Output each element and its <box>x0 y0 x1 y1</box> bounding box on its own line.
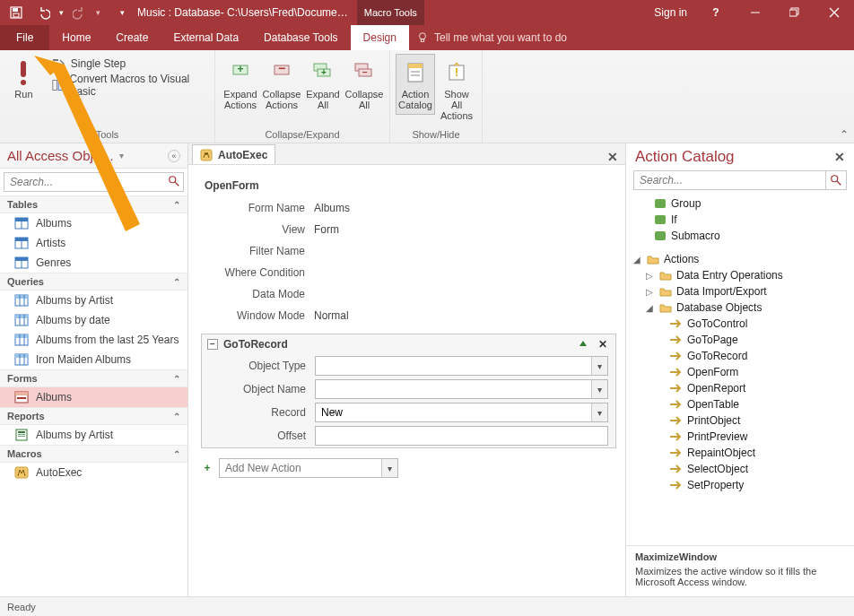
nav-group-forms-header[interactable]: Forms⌃ <box>0 369 187 387</box>
object-name-combo[interactable]: ▾ <box>315 379 608 399</box>
flow-icon <box>653 230 667 242</box>
catalog-folder-data-io[interactable]: ▷Data Import/Export <box>632 283 850 299</box>
svg-point-11 <box>21 80 26 85</box>
catalog-action-item[interactable]: OpenTable <box>632 396 850 412</box>
single-step-button[interactable]: Single Step <box>48 54 209 74</box>
catalog-action-item[interactable]: OpenReport <box>632 380 850 396</box>
catalog-folder-data-entry[interactable]: ▷Data Entry Operations <box>632 267 850 283</box>
nav-header[interactable]: All Access Obje… ▾ « <box>0 143 187 169</box>
catalog-action-item[interactable]: RepaintObject <box>632 445 850 461</box>
macro-action-gotorecord: − GoToRecord ✕ Object Type ▾ Object Name… <box>201 334 616 448</box>
move-up-button[interactable] <box>576 337 590 351</box>
run-button[interactable]: Run <box>5 54 42 104</box>
qat-save-button[interactable] <box>5 2 27 23</box>
nav-item[interactable]: Iron Maiden Albums <box>0 350 187 369</box>
expand-all-button[interactable]: + ExpandAll <box>303 54 343 115</box>
qat-undo-button[interactable] <box>32 2 54 23</box>
expand-actions-button[interactable]: + ExpandActions <box>221 54 260 115</box>
nav-group-reports-header[interactable]: Reports⌃ <box>0 407 187 425</box>
svg-rect-12 <box>53 59 58 61</box>
show-all-actions-button[interactable]: ! Show AllActions <box>437 54 476 126</box>
action-icon <box>669 350 684 362</box>
folder-icon <box>658 269 673 282</box>
chevron-down-icon[interactable]: ▾ <box>591 380 607 398</box>
search-icon[interactable] <box>168 175 180 187</box>
close-window-button[interactable] <box>815 0 854 25</box>
catalog-action-item[interactable]: GoToRecord <box>632 348 850 364</box>
tab-create[interactable]: Create <box>103 25 161 50</box>
collapse-actions-button[interactable]: − CollapseActions <box>262 54 301 115</box>
catalog-action-item[interactable]: SelectObject <box>632 461 850 477</box>
expander-icon[interactable]: ▷ <box>644 271 655 281</box>
nav-group-queries-header[interactable]: Queries⌃ <box>0 273 187 291</box>
action-icon <box>669 447 684 459</box>
chevron-up-icon: ⌃ <box>173 374 180 384</box>
catalog-folder-db-objects[interactable]: ◢Database Objects <box>632 299 850 316</box>
tab-design[interactable]: Design <box>351 25 409 50</box>
tab-file[interactable]: File <box>0 25 49 50</box>
catalog-item-if[interactable]: If <box>632 212 850 228</box>
nav-item[interactable]: AutoExec <box>0 463 187 482</box>
document-tab-autoexec[interactable]: AutoExec <box>192 144 275 164</box>
nav-item[interactable]: Artists <box>0 233 187 253</box>
nav-item[interactable]: Genres <box>0 253 187 273</box>
offset-input[interactable] <box>315 426 608 446</box>
nav-item[interactable]: Albums <box>0 387 187 407</box>
catalog-action-item[interactable]: OpenForm <box>632 364 850 380</box>
document-tab-close-button[interactable]: ✕ <box>607 150 618 164</box>
collapse-ribbon-button[interactable]: ⌃ <box>840 128 849 141</box>
convert-vb-button[interactable]: Convert Macros to Visual Basic <box>48 75 209 95</box>
svg-rect-45 <box>15 295 28 299</box>
catalog-search-button[interactable] <box>825 170 847 190</box>
expander-icon[interactable]: ▷ <box>644 287 655 297</box>
action-icon <box>669 334 684 346</box>
nav-group-macros-header[interactable]: Macros⌃ <box>0 445 187 463</box>
help-button[interactable]: ? <box>696 0 736 25</box>
record-combo[interactable]: ▾ <box>315 403 608 422</box>
qat-undo-dropdown[interactable]: ▾ <box>59 8 64 17</box>
collapse-all-icon: − <box>350 58 379 87</box>
chevron-down-icon[interactable]: ▾ <box>591 403 607 421</box>
qat-customize-dropdown[interactable]: ▾ <box>120 8 125 17</box>
nav-search-input[interactable] <box>4 172 184 192</box>
catalog-action-item[interactable]: GoToPage <box>632 332 850 348</box>
catalog-action-item[interactable]: GoToControl <box>632 316 850 332</box>
sign-in-link[interactable]: Sign in <box>645 6 696 19</box>
nav-item[interactable]: Albums by date <box>0 310 187 330</box>
catalog-search-input[interactable] <box>633 170 825 190</box>
catalog-folder-actions[interactable]: ◢Actions <box>632 251 850 267</box>
nav-item[interactable]: Albums by Artist <box>0 291 187 310</box>
collapse-all-button[interactable]: − CollapseAll <box>344 54 384 115</box>
expander-icon[interactable]: ◢ <box>632 255 642 265</box>
nav-collapse-button[interactable]: « <box>168 150 180 162</box>
minimize-button[interactable] <box>736 0 775 25</box>
svg-rect-16 <box>58 81 63 91</box>
object-type-combo[interactable]: ▾ <box>315 356 608 376</box>
delete-action-button[interactable]: ✕ <box>596 337 610 351</box>
chevron-down-icon[interactable]: ▾ <box>591 357 607 375</box>
nav-item[interactable]: Albums by Artist <box>0 425 187 445</box>
macro-action-openform[interactable]: OpenForm Form NameAlbums ViewForm Filter… <box>201 179 616 326</box>
action-catalog-button[interactable]: ActionCatalog <box>396 54 435 115</box>
catalog-action-item[interactable]: PrintObject <box>632 412 850 429</box>
tab-home[interactable]: Home <box>49 25 103 50</box>
macro-designer: AutoExec ✕ OpenForm Form NameAlbums View… <box>188 143 626 596</box>
tab-external-data[interactable]: External Data <box>161 25 251 50</box>
chevron-down-icon[interactable]: ▾ <box>381 459 397 477</box>
restore-button[interactable] <box>775 0 815 25</box>
catalog-action-item[interactable]: SetProperty <box>632 477 850 493</box>
close-catalog-button[interactable]: ✕ <box>834 150 845 164</box>
convert-vb-label: Convert Macros to Visual Basic <box>69 73 205 98</box>
catalog-item-submacro[interactable]: Submacro <box>632 228 850 244</box>
collapse-action-button[interactable]: − <box>207 339 218 350</box>
tab-database-tools[interactable]: Database Tools <box>251 25 351 50</box>
catalog-action-item[interactable]: PrintPreview <box>632 429 850 445</box>
expander-icon[interactable]: ◢ <box>644 303 655 313</box>
catalog-help: MaximizeWindow Maximizes the active wind… <box>626 545 854 596</box>
nav-item[interactable]: Albums <box>0 213 187 233</box>
catalog-item-group[interactable]: Group <box>632 195 850 212</box>
nav-item[interactable]: Albums from the last 25 Years <box>0 330 187 350</box>
add-new-action-combo[interactable]: ▾ <box>219 458 398 478</box>
nav-group-tables-header[interactable]: Tables⌃ <box>0 195 187 213</box>
tell-me-search[interactable]: Tell me what you want to do <box>409 25 574 50</box>
